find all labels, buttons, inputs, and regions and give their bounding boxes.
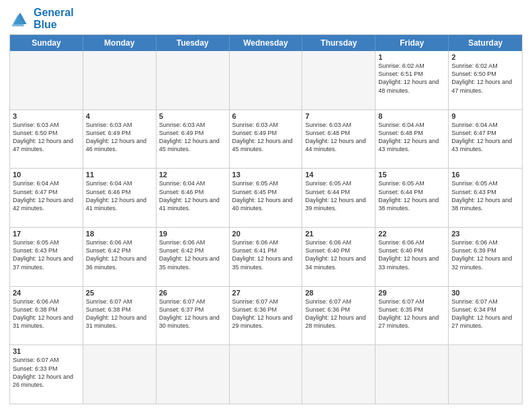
cal-cell <box>375 345 449 404</box>
cell-info: Sunrise: 6:07 AM Sunset: 6:33 PM Dayligh… <box>13 356 80 389</box>
cell-info: Sunrise: 6:06 AM Sunset: 6:42 PM Dayligh… <box>86 238 153 271</box>
cell-info: Sunrise: 6:07 AM Sunset: 6:35 PM Dayligh… <box>378 298 445 330</box>
cal-row-4: 24Sunrise: 6:06 AM Sunset: 6:38 PM Dayli… <box>10 286 522 345</box>
cal-cell: 22Sunrise: 6:06 AM Sunset: 6:40 PM Dayli… <box>375 228 449 286</box>
day-number: 24 <box>13 289 80 297</box>
cal-cell: 23Sunrise: 6:06 AM Sunset: 6:39 PM Dayli… <box>449 228 522 286</box>
cal-cell: 26Sunrise: 6:07 AM Sunset: 6:37 PM Dayli… <box>157 287 230 345</box>
cell-info: Sunrise: 6:05 AM Sunset: 6:45 PM Dayligh… <box>232 179 300 212</box>
cal-cell: 13Sunrise: 6:05 AM Sunset: 6:45 PM Dayli… <box>230 169 303 227</box>
generalblue-icon <box>9 8 31 30</box>
cal-cell <box>230 345 303 404</box>
day-number: 10 <box>13 171 80 179</box>
cell-info: Sunrise: 6:03 AM Sunset: 6:49 PM Dayligh… <box>86 121 153 154</box>
day-number: 21 <box>305 230 372 238</box>
cal-header-friday: Friday <box>375 35 449 51</box>
day-number: 27 <box>232 289 300 297</box>
day-number: 17 <box>13 230 80 238</box>
day-number: 30 <box>451 289 519 297</box>
day-number: 6 <box>232 112 300 120</box>
cell-info: Sunrise: 6:06 AM Sunset: 6:39 PM Dayligh… <box>451 238 519 271</box>
cal-cell: 20Sunrise: 6:06 AM Sunset: 6:41 PM Dayli… <box>230 228 303 286</box>
day-number: 25 <box>86 289 153 297</box>
cell-info: Sunrise: 6:05 AM Sunset: 6:43 PM Dayligh… <box>13 238 80 271</box>
day-number: 19 <box>159 230 226 238</box>
cal-cell <box>230 51 303 109</box>
cell-info: Sunrise: 6:03 AM Sunset: 6:50 PM Dayligh… <box>13 121 80 154</box>
day-number: 31 <box>13 347 80 355</box>
cal-cell <box>302 51 375 109</box>
cell-info: Sunrise: 6:04 AM Sunset: 6:47 PM Dayligh… <box>13 179 80 212</box>
calendar: SundayMondayTuesdayWednesdayThursdayFrid… <box>9 34 523 404</box>
cal-cell: 25Sunrise: 6:07 AM Sunset: 6:38 PM Dayli… <box>83 287 157 345</box>
cal-cell: 3Sunrise: 6:03 AM Sunset: 6:50 PM Daylig… <box>10 110 83 169</box>
logo-text: General Blue <box>34 7 74 30</box>
cal-cell: 12Sunrise: 6:04 AM Sunset: 6:46 PM Dayli… <box>157 169 230 227</box>
day-number: 5 <box>159 112 226 120</box>
cal-header-tuesday: Tuesday <box>157 35 230 51</box>
cal-cell: 29Sunrise: 6:07 AM Sunset: 6:35 PM Dayli… <box>375 287 449 345</box>
cal-cell: 30Sunrise: 6:07 AM Sunset: 6:34 PM Dayli… <box>449 287 522 345</box>
day-number: 13 <box>232 171 300 179</box>
cell-info: Sunrise: 6:06 AM Sunset: 6:38 PM Dayligh… <box>13 298 80 330</box>
cell-info: Sunrise: 6:04 AM Sunset: 6:46 PM Dayligh… <box>86 179 153 212</box>
day-number: 22 <box>378 230 445 238</box>
cal-row-5: 31Sunrise: 6:07 AM Sunset: 6:33 PM Dayli… <box>10 345 522 404</box>
cal-cell: 7Sunrise: 6:03 AM Sunset: 6:48 PM Daylig… <box>302 110 375 169</box>
cal-cell: 28Sunrise: 6:07 AM Sunset: 6:36 PM Dayli… <box>302 287 375 345</box>
cal-cell: 15Sunrise: 6:05 AM Sunset: 6:44 PM Dayli… <box>375 169 449 227</box>
cell-info: Sunrise: 6:07 AM Sunset: 6:34 PM Dayligh… <box>451 298 519 330</box>
cal-cell: 24Sunrise: 6:06 AM Sunset: 6:38 PM Dayli… <box>10 287 83 345</box>
cal-cell: 2Sunrise: 6:02 AM Sunset: 6:50 PM Daylig… <box>449 51 522 109</box>
cal-header-thursday: Thursday <box>302 35 375 51</box>
day-number: 8 <box>378 112 445 120</box>
cal-cell: 6Sunrise: 6:03 AM Sunset: 6:49 PM Daylig… <box>230 110 303 169</box>
day-number: 2 <box>451 53 519 61</box>
cell-info: Sunrise: 6:02 AM Sunset: 6:50 PM Dayligh… <box>451 62 519 95</box>
cell-info: Sunrise: 6:06 AM Sunset: 6:41 PM Dayligh… <box>232 238 300 271</box>
cell-info: Sunrise: 6:06 AM Sunset: 6:40 PM Dayligh… <box>305 238 372 271</box>
day-number: 15 <box>378 171 445 179</box>
day-number: 23 <box>451 230 519 238</box>
cell-info: Sunrise: 6:05 AM Sunset: 6:44 PM Dayligh… <box>378 179 445 212</box>
cal-cell: 8Sunrise: 6:04 AM Sunset: 6:48 PM Daylig… <box>375 110 449 169</box>
cal-cell: 9Sunrise: 6:04 AM Sunset: 6:47 PM Daylig… <box>449 110 522 169</box>
cal-row-2: 10Sunrise: 6:04 AM Sunset: 6:47 PM Dayli… <box>10 168 522 227</box>
cal-row-1: 3Sunrise: 6:03 AM Sunset: 6:50 PM Daylig… <box>10 109 522 169</box>
day-number: 7 <box>305 112 372 120</box>
day-number: 16 <box>451 171 519 179</box>
cal-cell: 16Sunrise: 6:05 AM Sunset: 6:43 PM Dayli… <box>449 169 522 227</box>
cell-info: Sunrise: 6:07 AM Sunset: 6:36 PM Dayligh… <box>232 298 300 330</box>
calendar-body: 1Sunrise: 6:02 AM Sunset: 6:51 PM Daylig… <box>10 51 522 404</box>
day-number: 29 <box>378 289 445 297</box>
day-number: 12 <box>159 171 226 179</box>
cal-cell <box>157 51 230 109</box>
cal-cell <box>157 345 230 404</box>
cal-cell: 27Sunrise: 6:07 AM Sunset: 6:36 PM Dayli… <box>230 287 303 345</box>
cal-cell <box>10 51 83 109</box>
cal-cell: 18Sunrise: 6:06 AM Sunset: 6:42 PM Dayli… <box>83 228 157 286</box>
cal-cell: 1Sunrise: 6:02 AM Sunset: 6:51 PM Daylig… <box>375 51 449 109</box>
cal-cell: 11Sunrise: 6:04 AM Sunset: 6:46 PM Dayli… <box>83 169 157 227</box>
cal-cell <box>83 345 157 404</box>
cell-info: Sunrise: 6:06 AM Sunset: 6:42 PM Dayligh… <box>159 238 226 271</box>
calendar-header-row: SundayMondayTuesdayWednesdayThursdayFrid… <box>10 35 522 51</box>
cal-cell: 4Sunrise: 6:03 AM Sunset: 6:49 PM Daylig… <box>83 110 157 169</box>
cal-header-saturday: Saturday <box>449 35 522 51</box>
cal-cell <box>302 345 375 404</box>
day-number: 14 <box>305 171 372 179</box>
cal-header-sunday: Sunday <box>10 35 83 51</box>
page: General Blue SundayMondayTuesdayWednesda… <box>0 0 532 411</box>
day-number: 3 <box>13 112 80 120</box>
cell-info: Sunrise: 6:06 AM Sunset: 6:40 PM Dayligh… <box>378 238 445 271</box>
cell-info: Sunrise: 6:04 AM Sunset: 6:46 PM Dayligh… <box>159 179 226 212</box>
day-number: 18 <box>86 230 153 238</box>
cal-cell: 17Sunrise: 6:05 AM Sunset: 6:43 PM Dayli… <box>10 228 83 286</box>
header: General Blue <box>9 7 523 30</box>
cal-cell: 5Sunrise: 6:03 AM Sunset: 6:49 PM Daylig… <box>157 110 230 169</box>
cell-info: Sunrise: 6:04 AM Sunset: 6:48 PM Dayligh… <box>378 121 445 154</box>
cal-cell <box>83 51 157 109</box>
cell-info: Sunrise: 6:07 AM Sunset: 6:36 PM Dayligh… <box>305 298 372 330</box>
day-number: 9 <box>451 112 519 120</box>
cell-info: Sunrise: 6:07 AM Sunset: 6:38 PM Dayligh… <box>86 298 153 330</box>
